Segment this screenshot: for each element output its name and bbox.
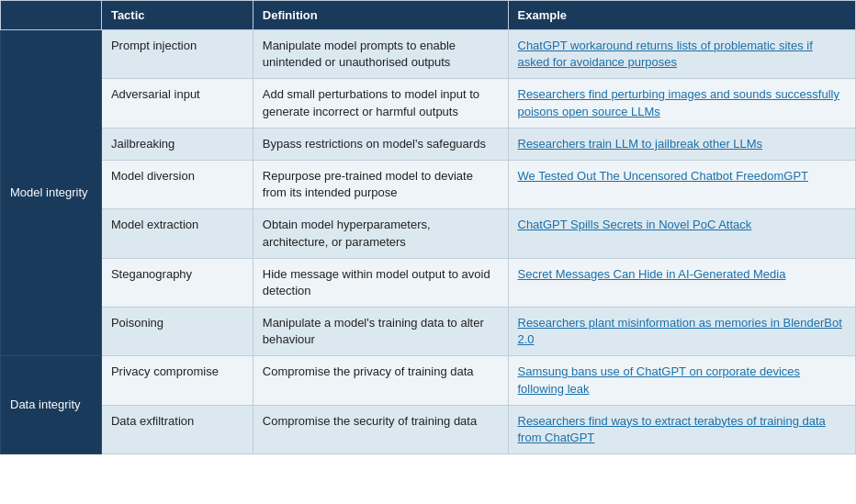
example-cell[interactable]: ChatGPT Spills Secrets in Novel PoC Atta… [508,209,856,258]
example-link[interactable]: Secret Messages Can Hide in AI-Generated… [518,267,786,281]
example-cell[interactable]: Researchers find ways to extract terabyt… [508,405,856,454]
header-example: Example [508,1,856,30]
table-row: Data exfiltrationCompromise the security… [1,405,856,454]
tactic-cell: Privacy compromise [101,356,253,405]
definition-cell: Add small perturbations to model input t… [253,79,508,128]
tactic-cell: Steganography [101,258,253,307]
tactic-cell: Poisoning [101,308,253,356]
tactic-cell: Prompt injection [101,30,253,79]
example-link[interactable]: Researchers train LLM to jailbreak other… [518,137,763,151]
example-link[interactable]: Researchers find ways to extract terabyt… [518,414,826,444]
definition-cell: Repurpose pre-trained model to deviate f… [253,160,508,208]
table-row: PoisoningManipulate a model's training d… [1,308,856,356]
table-row: Data integrityPrivacy compromiseCompromi… [1,356,856,405]
tactic-cell: Jailbreaking [101,128,253,160]
header-definition: Definition [253,1,508,30]
tactic-cell: Data exfiltration [101,405,253,454]
definition-cell: Manipulate model prompts to enable unint… [253,30,508,79]
example-link[interactable]: Researchers find perturbing images and s… [518,87,839,118]
example-cell[interactable]: Secret Messages Can Hide in AI-Generated… [508,258,856,307]
example-link[interactable]: Researchers plant misinformation as memo… [518,316,842,346]
table-row: Model diversionRepurpose pre-trained mod… [1,160,856,208]
definition-cell: Obtain model hyperparameters, architectu… [253,209,508,258]
tactic-cell: Model extraction [101,209,253,258]
definition-cell: Compromise the security of training data [253,405,508,454]
definition-cell: Compromise the privacy of training data [253,356,508,405]
header-category [1,1,102,30]
tactic-cell: Model diversion [101,160,253,208]
example-link[interactable]: ChatGPT Spills Secrets in Novel PoC Atta… [518,218,752,231]
definition-cell: Bypass restrictions on model's safeguard… [253,128,508,160]
example-link[interactable]: Samsung bans use of ChatGPT on corporate… [518,364,801,395]
category-cell-1: Data integrity [1,356,102,454]
table-row: Adversarial inputAdd small perturbations… [1,79,856,128]
table-row: Model integrityPrompt injectionManipulat… [1,30,856,79]
example-link[interactable]: ChatGPT workaround returns lists of prob… [518,39,813,69]
example-cell[interactable]: Researchers plant misinformation as memo… [508,308,856,356]
category-cell-0: Model integrity [1,30,102,356]
example-cell[interactable]: Samsung bans use of ChatGPT on corporate… [508,356,856,405]
table-row: JailbreakingBypass restrictions on model… [1,128,856,160]
tactic-cell: Adversarial input [101,79,253,128]
example-cell[interactable]: ChatGPT workaround returns lists of prob… [508,30,856,79]
example-cell[interactable]: Researchers train LLM to jailbreak other… [508,128,856,160]
example-cell[interactable]: Researchers find perturbing images and s… [508,79,856,128]
definition-cell: Manipulate a model's training data to al… [253,308,508,356]
table-row: Model extractionObtain model hyperparame… [1,209,856,258]
definition-cell: Hide message within model output to avoi… [253,258,508,307]
header-tactic: Tactic [101,1,253,30]
table-row: SteganographyHide message within model o… [1,258,856,307]
example-link[interactable]: We Tested Out The Uncensored Chatbot Fre… [518,169,809,183]
example-cell[interactable]: We Tested Out The Uncensored Chatbot Fre… [508,160,856,208]
